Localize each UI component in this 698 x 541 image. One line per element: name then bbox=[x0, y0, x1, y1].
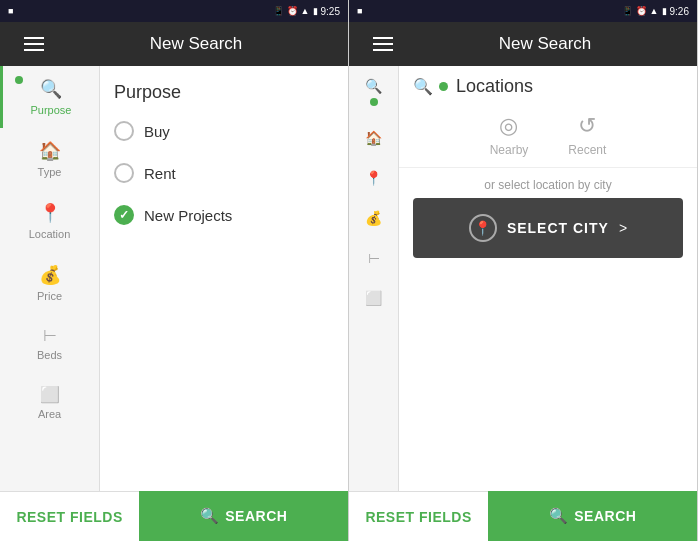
carrier-icon-2: ■ bbox=[357, 6, 362, 16]
loc-divider-text: or select location by city bbox=[399, 168, 697, 198]
carrier-icon-1: ■ bbox=[8, 6, 13, 16]
radio-buy[interactable]: Buy bbox=[114, 117, 334, 145]
sidebar-1: 🔍 Purpose 🏠 Type 📍 Location 💰 Price ⊢ Be… bbox=[0, 66, 100, 491]
nearby-icon: ◎ bbox=[499, 113, 518, 139]
sidebar2-location: 📍 bbox=[349, 158, 398, 198]
sidebar-item-location[interactable]: 📍 Location bbox=[0, 190, 99, 252]
hamburger-line-1 bbox=[24, 37, 44, 39]
sidebar2-search-icon: 🔍 bbox=[365, 78, 382, 94]
status-right-1: 📱 ⏰ ▲ ▮ 9:25 bbox=[273, 6, 340, 17]
battery-icon-1: ▮ bbox=[313, 6, 318, 16]
recent-label: Recent bbox=[568, 143, 606, 157]
signal-icon-2: ▲ bbox=[650, 6, 659, 16]
sidebar-label-location: Location bbox=[29, 228, 71, 240]
sidebar-label-purpose: Purpose bbox=[31, 104, 72, 116]
recent-icon: ↺ bbox=[578, 113, 596, 139]
sidebar2-price: 💰 bbox=[349, 198, 398, 238]
purpose-icon: 🔍 bbox=[40, 78, 62, 100]
sidebar-label-price: Price bbox=[37, 290, 62, 302]
panel-title-1: Purpose bbox=[114, 82, 334, 103]
search-button-2[interactable]: 🔍 SEARCH bbox=[488, 491, 697, 541]
sidebar2-area: ⬜ bbox=[349, 278, 398, 318]
active-indicator bbox=[15, 76, 23, 84]
screen1: ■ 📱 ⏰ ▲ ▮ 9:25 New Search 🔍 Purpose bbox=[0, 0, 349, 541]
sidebar2-beds-icon: ⊢ bbox=[368, 250, 380, 266]
select-city-button[interactable]: 📍 SELECT CITY > bbox=[413, 198, 683, 258]
radio-circle-rent bbox=[114, 163, 134, 183]
alarm-icon-2: ⏰ bbox=[636, 6, 647, 16]
beds-icon: ⊢ bbox=[43, 326, 57, 345]
select-city-label: SELECT CITY bbox=[507, 220, 609, 236]
search-button-icon-1: 🔍 bbox=[200, 507, 220, 525]
sidebar-item-type[interactable]: 🏠 Type bbox=[0, 128, 99, 190]
radio-rent[interactable]: Rent bbox=[114, 159, 334, 187]
nearby-label: Nearby bbox=[490, 143, 529, 157]
phone-icon-1: 📱 bbox=[273, 6, 284, 16]
reset-button-2[interactable]: RESET FIELDS bbox=[349, 491, 488, 541]
nav-title-2: New Search bbox=[405, 34, 685, 54]
radio-label-rent: Rent bbox=[144, 165, 176, 182]
sidebar2-beds: ⊢ bbox=[349, 238, 398, 278]
hamburger-line-3 bbox=[24, 49, 44, 51]
sidebar-label-area: Area bbox=[38, 408, 61, 420]
pin-icon: 📍 bbox=[474, 220, 491, 236]
nav-bar-1: New Search bbox=[0, 22, 348, 66]
hamburger-line-5 bbox=[373, 43, 393, 45]
locations-title: Locations bbox=[456, 76, 533, 97]
loc-green-dot bbox=[439, 82, 448, 91]
bottom-bar-1: RESET FIELDS 🔍 SEARCH bbox=[0, 491, 348, 541]
nearby-option[interactable]: ◎ Nearby bbox=[490, 113, 529, 157]
loc-options-row: ◎ Nearby ↺ Recent bbox=[399, 103, 697, 168]
nav-title-1: New Search bbox=[56, 34, 336, 54]
loc-title-row: 🔍 Locations bbox=[399, 66, 697, 103]
status-bar-2: ■ 📱 ⏰ ▲ ▮ 9:26 bbox=[349, 0, 697, 22]
reset-button-1[interactable]: RESET FIELDS bbox=[0, 491, 139, 541]
radio-label-buy: Buy bbox=[144, 123, 170, 140]
search-button-1[interactable]: 🔍 SEARCH bbox=[139, 491, 348, 541]
loc-search-icon: 🔍 bbox=[413, 77, 433, 96]
search-button-label-2: SEARCH bbox=[574, 508, 636, 524]
sidebar2-price-icon: 💰 bbox=[365, 210, 382, 226]
sidebar-item-beds[interactable]: ⊢ Beds bbox=[0, 314, 99, 373]
area-icon: ⬜ bbox=[40, 385, 60, 404]
radio-label-new-projects: New Projects bbox=[144, 207, 232, 224]
location-icon: 📍 bbox=[39, 202, 61, 224]
hamburger-icon-2[interactable] bbox=[373, 37, 393, 51]
search-button-icon-2: 🔍 bbox=[549, 507, 569, 525]
status-time-2: 9:26 bbox=[670, 6, 689, 17]
sidebar-label-beds: Beds bbox=[37, 349, 62, 361]
sidebar-label-type: Type bbox=[38, 166, 62, 178]
sidebar-2: 🔍 🏠 📍 💰 ⊢ ⬜ bbox=[349, 66, 399, 491]
sidebar2-area-icon: ⬜ bbox=[365, 290, 382, 306]
content-1: 🔍 Purpose 🏠 Type 📍 Location 💰 Price ⊢ Be… bbox=[0, 66, 348, 491]
sidebar2-search: 🔍 bbox=[349, 66, 398, 118]
hamburger-line-2 bbox=[24, 43, 44, 45]
pin-icon-circle: 📍 bbox=[469, 214, 497, 242]
nav-bar-2: New Search bbox=[349, 22, 697, 66]
hamburger-line-6 bbox=[373, 49, 393, 51]
chevron-right-icon: > bbox=[619, 220, 627, 236]
sidebar2-type: 🏠 bbox=[349, 118, 398, 158]
radio-circle-new-projects bbox=[114, 205, 134, 225]
type-icon: 🏠 bbox=[39, 140, 61, 162]
alarm-icon-1: ⏰ bbox=[287, 6, 298, 16]
sidebar2-location-icon: 📍 bbox=[365, 170, 382, 186]
status-bar-1: ■ 📱 ⏰ ▲ ▮ 9:25 bbox=[0, 0, 348, 22]
recent-option[interactable]: ↺ Recent bbox=[568, 113, 606, 157]
locations-panel: 🔍 Locations ◎ Nearby ↺ Recent or select … bbox=[399, 66, 697, 491]
main-panel-1: Purpose Buy Rent New Projects bbox=[100, 66, 348, 491]
signal-icon-1: ▲ bbox=[301, 6, 310, 16]
radio-new-projects[interactable]: New Projects bbox=[114, 201, 334, 229]
price-icon: 💰 bbox=[39, 264, 61, 286]
hamburger-line-4 bbox=[373, 37, 393, 39]
status-time-1: 9:25 bbox=[321, 6, 340, 17]
screen2: ■ 📱 ⏰ ▲ ▮ 9:26 New Search 🔍 🏠 bbox=[349, 0, 698, 541]
sidebar2-type-icon: 🏠 bbox=[365, 130, 382, 146]
sidebar2-green-dot bbox=[370, 98, 378, 106]
status-right-2: 📱 ⏰ ▲ ▮ 9:26 bbox=[622, 6, 689, 17]
content-2: 🔍 🏠 📍 💰 ⊢ ⬜ 🔍 bbox=[349, 66, 697, 491]
hamburger-icon-1[interactable] bbox=[24, 37, 44, 51]
sidebar-item-area[interactable]: ⬜ Area bbox=[0, 373, 99, 432]
sidebar-item-purpose[interactable]: 🔍 Purpose bbox=[0, 66, 99, 128]
sidebar-item-price[interactable]: 💰 Price bbox=[0, 252, 99, 314]
